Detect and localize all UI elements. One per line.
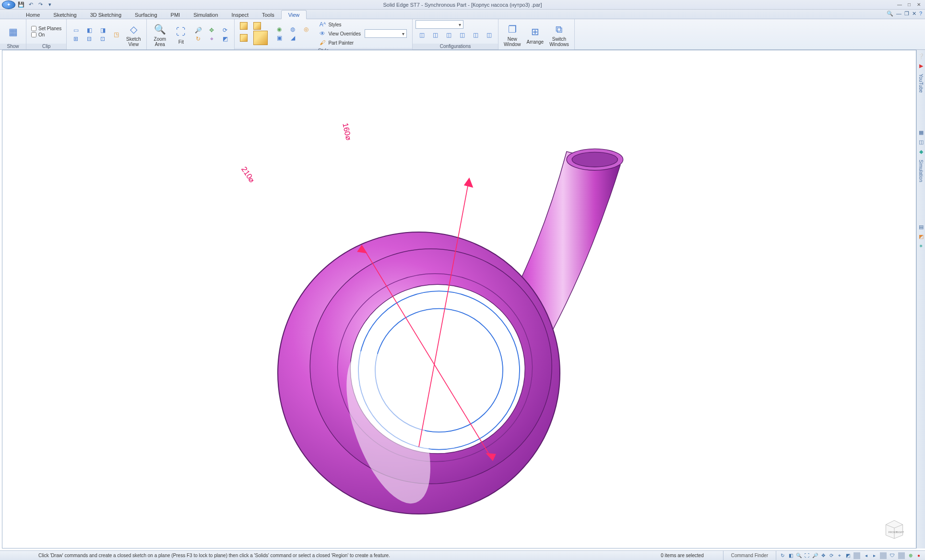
panel-icon-6[interactable]: ✶	[918, 243, 925, 249]
window-title: Solid Edge ST7 - Synchronous Part - [Кор…	[383, 2, 542, 8]
set-planes-checkbox[interactable]: Set Planes	[29, 25, 63, 32]
viewport-3d[interactable]: 210⌀ 160⌀ FRONT RIGHT	[2, 50, 916, 548]
tab-view[interactable]: View	[281, 10, 307, 19]
status-fit-icon[interactable]: ⛶	[804, 552, 810, 559]
panel-icon-1[interactable]: ▦	[918, 129, 925, 136]
group-configurations: ▾ ◫ ◫ ◫ ◫ ◫ ◫ Configurations	[413, 19, 498, 49]
view-overrides-select[interactable]: ▾	[365, 29, 407, 38]
sketch-view-button[interactable]: ◇ Sketch View	[123, 20, 143, 48]
doc-win-restore-icon[interactable]: ❐	[904, 11, 909, 17]
youtube-label[interactable]: YouTube	[918, 74, 924, 93]
tab-pmi[interactable]: PMI	[164, 11, 187, 19]
style-cube-1[interactable]	[237, 22, 250, 30]
tab-sketching[interactable]: Sketching	[47, 11, 83, 19]
cfg-btn-6[interactable]: ◫	[483, 30, 495, 40]
tab-tools[interactable]: Tools	[255, 11, 281, 19]
status-zoom-icon[interactable]: 🔍	[795, 552, 802, 559]
style-cube-4[interactable]	[251, 30, 270, 46]
style-cube-2[interactable]	[251, 22, 263, 30]
redo-icon[interactable]: ↷	[36, 1, 44, 9]
status-view-icon[interactable]: ◩	[844, 552, 851, 559]
tab-home[interactable]: Home	[19, 11, 47, 19]
status-cube-icon[interactable]: ◧	[787, 552, 794, 559]
cfg-btn-3[interactable]: ◫	[442, 30, 455, 40]
doc-win-close-icon[interactable]: ✕	[912, 11, 916, 17]
panel-icon-5[interactable]: ◩	[918, 233, 925, 240]
rotate-tool[interactable]: ⟳	[219, 26, 231, 35]
style-shadow[interactable]: ◢	[286, 34, 299, 42]
minimize-button[interactable]: —	[895, 1, 904, 8]
tab-3d-sketching[interactable]: 3D Sketching	[83, 11, 128, 19]
cfg-btn-5[interactable]: ◫	[469, 30, 482, 40]
status-zoom-area-icon[interactable]: 🔎	[812, 552, 818, 559]
style-edge[interactable]: ◎	[300, 25, 312, 34]
youtube-icon[interactable]: ▶	[918, 62, 925, 69]
group-clip-label: Clip	[26, 44, 66, 49]
style-persp[interactable]: ▣	[273, 34, 285, 42]
status-shield-icon[interactable]: 🛡	[889, 552, 896, 559]
view-cfg-6[interactable]: ⊡	[96, 35, 109, 43]
cfg-btn-1[interactable]: ◫	[415, 30, 428, 40]
save-icon[interactable]: 💾	[17, 1, 25, 9]
spin-tool[interactable]: ↻	[192, 35, 204, 43]
config-select[interactable]: ▾	[415, 20, 463, 29]
styles-button[interactable]: AᴬStyles	[316, 20, 409, 29]
panel-icon-3[interactable]: ◆	[918, 148, 925, 155]
status-add-icon[interactable]: ⊕	[907, 552, 914, 559]
status-prev-icon[interactable]: ◂	[863, 552, 869, 559]
help-bubble-icon[interactable]: ❔	[918, 53, 925, 59]
status-rotate-icon[interactable]: ⟳	[828, 552, 835, 559]
command-finder[interactable]: Command Finder	[723, 551, 776, 560]
show-button[interactable]: ▦	[3, 23, 23, 41]
tab-simulation[interactable]: Simulation	[187, 11, 225, 19]
look-at[interactable]: ⌖	[205, 35, 218, 43]
tab-inspect[interactable]: Inspect	[225, 11, 255, 19]
cfg-btn-2[interactable]: ◫	[429, 30, 441, 40]
view-overrides-button[interactable]: 👁View Overrides▾	[316, 29, 409, 38]
status-refresh-icon[interactable]: ↻	[779, 552, 786, 559]
panel-icon-2[interactable]: ◫	[918, 139, 925, 145]
tab-surfacing[interactable]: Surfacing	[128, 11, 164, 19]
on-label: On	[38, 32, 45, 37]
view-cfg-4[interactable]: ⊞	[70, 35, 82, 43]
zoom-tool[interactable]: 🔎	[192, 26, 204, 35]
view-cfg-1[interactable]: ▭	[70, 26, 82, 35]
undo-icon[interactable]: ↶	[27, 1, 35, 9]
status-hint: Click 'Draw' commands and create a close…	[10, 553, 390, 558]
style-wire[interactable]: ◉	[273, 25, 285, 34]
group-views: ▭ ◧ ◨ ⊞ ⊟ ⊡ ◳ ◇ Sketch View Views	[67, 19, 147, 49]
close-button[interactable]: ✕	[914, 1, 923, 8]
zoom-area-label: Zoom Area	[154, 37, 166, 47]
style-shade[interactable]: ◍	[286, 25, 299, 34]
on-checkbox[interactable]: On	[29, 32, 63, 38]
maximize-button[interactable]: □	[905, 1, 913, 8]
fit-button[interactable]: ⛶ Fit	[171, 23, 191, 46]
model-canvas	[2, 50, 916, 548]
view-cfg-2[interactable]: ◧	[83, 26, 95, 35]
cfg-btn-4[interactable]: ◫	[456, 30, 468, 40]
status-next-icon[interactable]: ▸	[871, 552, 878, 559]
pan-tool[interactable]: ✥	[205, 26, 218, 35]
view-cfg-3[interactable]: ◨	[96, 26, 109, 35]
view-options[interactable]: ◳	[110, 29, 122, 40]
view-normal[interactable]: ◩	[219, 35, 231, 43]
panel-icon-4[interactable]: ▤	[918, 223, 925, 230]
application-button[interactable]: ✦	[2, 0, 15, 9]
zoom-area-button[interactable]: 🔍 Zoom Area	[150, 20, 170, 48]
status-record-icon[interactable]: ●	[915, 552, 922, 559]
help-icon[interactable]: ?	[919, 11, 922, 17]
style-cube-3[interactable]	[237, 30, 250, 46]
view-cube[interactable]: FRONT RIGHT	[881, 518, 907, 539]
qat-customize-icon[interactable]: ▾	[46, 1, 54, 9]
part-painter-button[interactable]: 🖌Part Painter	[316, 38, 409, 47]
arrange-button[interactable]: ⊞ Arrange	[524, 23, 546, 46]
status-lookat-icon[interactable]: ⌖	[836, 552, 843, 559]
switch-windows-button[interactable]: ⧉ Switch Windows	[547, 20, 571, 48]
group-show: ▦ Show	[0, 19, 26, 49]
simulation-label[interactable]: Simulation	[918, 160, 924, 182]
new-window-button[interactable]: ❐ New Window	[501, 20, 523, 48]
view-cfg-5[interactable]: ⊟	[83, 35, 95, 43]
search-icon[interactable]: 🔍	[887, 11, 893, 17]
doc-win-minimize-icon[interactable]: —	[896, 11, 901, 17]
status-pan-icon[interactable]: ✥	[820, 552, 827, 559]
